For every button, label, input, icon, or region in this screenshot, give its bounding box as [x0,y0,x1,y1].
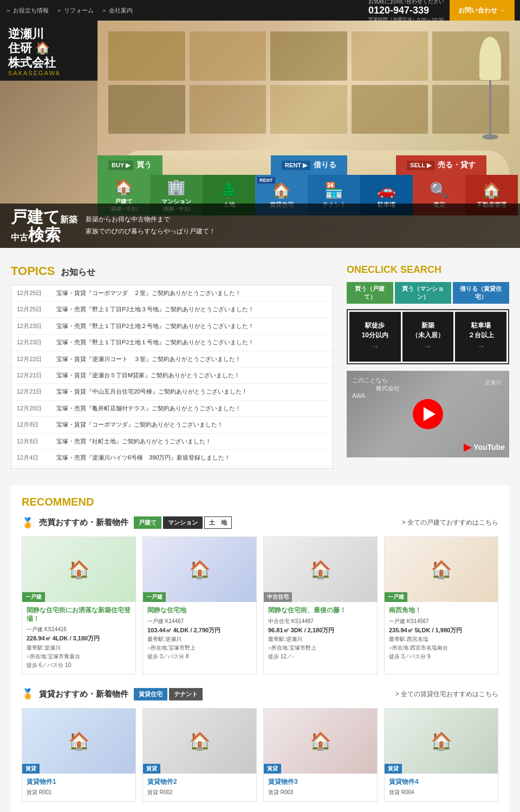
youtube-play-btn[interactable] [413,399,443,429]
rental-grid: 🏠 賃貸 賃貸物件1 賃貸 R001 🏠 賃貸 賃貸物件2 賃貸 R002 🏠 … [22,708,498,802]
topics-item[interactable]: 12月23日宝塚・売買『野上１丁目PJ土地２号地』ご契約ありがとうございました！ [11,318,333,335]
tag-mansion[interactable]: マンション [163,516,203,529]
oneclick-tab-buy-mansion[interactable]: 買う（マンション） [395,282,451,304]
oneclick-grid: 駅徒歩10分以内→ 新築（未入居）→ 駐車場２台以上→ [347,309,509,364]
rental-name: 賃貸物件4 [389,778,493,787]
property-name: 閑静な住宅地 [147,606,252,615]
hero-section: 逆瀬川住研 🏠株式会社 SAKASEGAWA BUY ▶ [0,21,520,248]
property-card[interactable]: 🏠 一戸建 閑静な住宅地 一戸建 K14467 103.44㎡ 4LDK / 2… [142,536,257,675]
property-detail: 一戸建 K14467 103.44㎡ 4LDK / 2,790万円 最寄駅:逆瀬… [147,617,252,662]
rental-badge: 賃貸 [385,764,402,774]
oneclick-title: ONECLICK SEARCH [347,264,509,276]
topics-section: TOPICS お知らせ 12月25日宝塚・賃貸『コーポマツダ ２室』ご契約ありが… [11,264,333,469]
rental-card[interactable]: 🏠 賃貸 賃貸物件2 賃貸 R002 [142,708,257,802]
topics-item[interactable]: 12月8日宝塚・売買『社町土地』ご契約ありがとうございました！ [11,434,333,450]
rental-detail: 賃貸 R001 [27,788,131,797]
sell-title: 売買おすすめ・新着物件 [39,518,128,528]
rental-badge: 賃貸 [22,764,40,774]
breadcrumb-area: ＞ お役立ち情報 ＞ リフォーム ＞ 会社案内 [5,6,133,15]
topics-item[interactable]: 12月25日宝塚・売買『野上１丁目PJ土地３号地』ご契約ありがとうございました！ [11,302,333,318]
tag-tenant[interactable]: テナント [169,688,203,700]
topics-item[interactable]: 12月8日宝塚・賃貸『コーポマツダ』ご契約ありがとうございました！ [11,417,333,433]
rental-detail: 賃貸 R002 [147,788,252,797]
property-detail: 一戸建 KS14567 235.94㎡ 5LDK / 1,980万円 最寄駅:西… [389,617,493,662]
tag-land[interactable]: 土 地 [204,516,232,529]
rental-more-link[interactable]: > 全ての賃貸住宅おすすめはこちら [395,690,498,699]
sell-tags: 戸建て マンション 土 地 [134,516,232,529]
oneclick-tabs: 買う（戸建て） 買う（マンション） 借りる（賃貸住宅） [347,282,509,304]
oneclick-cell-walk[interactable]: 駅徒歩10分以内→ [349,312,401,362]
property-badge: 一戸建 [22,592,45,602]
topics-item[interactable]: 12月22日宝塚・賃貸『逆瀬川コート ３室』ご契約ありがとうございました！ [11,351,333,368]
topics-item[interactable]: 12月25日宝塚・賃貸『コーポマツダ ２室』ご契約ありがとうございました！ [11,285,333,302]
property-name: 閑静な住宅街、最後の藤！ [268,606,373,615]
search-bar: 戸建て新築中古検索 新築からお得な中古物件まで家族でのびのび暮らすならやっぱり戸… [0,204,520,248]
search-description: 新築からお得な中古物件まで家族でのびのび暮らすならやっぱり戸建て！ [86,214,216,237]
top-bar: ＞ お役立ち情報 ＞ リフォーム ＞ 会社案内 お気軽にお問い合わせください 0… [0,0,520,21]
oneclick-cell-parking[interactable]: 駐車場２台以上→ [455,312,506,362]
oneclick-tab-buy-house[interactable]: 買う（戸建て） [347,282,393,304]
rental-tags: 賃貸住宅 テナント [134,688,203,700]
sell-more-link[interactable]: > 全ての戸建ておすすめはこちら [402,518,498,527]
breadcrumb: ＞ お役立ち情報 ＞ リフォーム ＞ 会社案内 [5,6,133,15]
topics-item[interactable]: 12月4日宝塚・売買『逆瀬川ハイツ6号棟 390万円』新規登録しました！ [11,450,333,466]
property-badge: 一戸建 [143,592,166,602]
tag-rental[interactable]: 賃貸住宅 [134,688,167,700]
topics-title: TOPICS お知らせ [11,264,333,278]
topics-item[interactable]: 12月21日宝塚・賃貸『逆瀬台５丁目M貸家』ご契約ありがとうございました！ [11,368,333,384]
logo-title: 逆瀬川住研 🏠株式会社 [8,27,89,70]
property-card[interactable]: 🏠 中古住宅 閑静な住宅街、最後の藤！ 中古住宅 KS14487 96.81㎡ … [263,536,378,675]
medal-icon: 🏅 [22,517,34,529]
rental-name: 賃貸物件3 [268,778,373,787]
property-badge: 一戸建 [385,592,407,602]
rental-badge: 賃貸 [264,764,281,774]
property-badge: 中古住宅 [264,592,292,602]
rental-detail: 賃貸 R003 [268,788,373,797]
property-grid: 🏠 一戸建 閑静な住宅街にお洒落な新築住宅登場！ 一戸建 KS14416 228… [22,536,498,675]
oneclick-cell-new[interactable]: 新築（未入居）→ [402,312,454,362]
rental-header: 🏅 賃貸おすすめ・新着物件 賃貸住宅 テナント > 全ての賃貸住宅おすすめはこち… [22,688,498,700]
rental-name: 賃貸物件2 [147,778,252,787]
rental-badge: 賃貸 [143,764,160,774]
tag-house[interactable]: 戸建て [134,516,161,529]
topics-item[interactable]: 12月21日宝塚・賃貸『中山五月台住宅20号棟』ご契約ありがとうございました！ [11,384,333,400]
youtube-thumbnail[interactable]: このことなら 株式会社AWA 逆瀬川 ▶ YouTube [347,371,509,457]
oneclick-section: ONECLICK SEARCH 買う（戸建て） 買う（マンション） 借りる（賃貸… [347,264,509,469]
contact-text: お気軽にお問い合わせください 0120-947-339 営業時間（水曜定休）9:… [368,0,444,23]
nav-tab-buy[interactable]: BUY ▶ 買う [98,155,162,175]
search-title: 戸建て新築中古検索 [11,208,77,244]
contact-info: お気軽にお問い合わせください 0120-947-339 営業時間（水曜定休）9:… [368,0,515,23]
property-detail: 一戸建 KS14416 228.94㎡ 4LDK / 3,180万円 最寄駅:逆… [27,625,131,670]
rental-card[interactable]: 🏠 賃貸 賃貸物件1 賃貸 R001 [22,708,136,802]
property-card[interactable]: 🏠 一戸建 南西角地！ 一戸建 KS14567 235.94㎡ 5LDK / 1… [384,536,498,675]
youtube-bg-text: このことなら 株式会社AWA [352,376,400,399]
topics-list[interactable]: 12月25日宝塚・賃貸『コーポマツダ ２室』ご契約ありがとうございました！12月… [11,285,333,469]
property-detail: 中古住宅 KS14487 96.81㎡ 3DK / 2,180万円 最寄駅:逆瀬… [268,617,373,662]
recommend-title: RECOMMEND [22,496,498,508]
rental-name: 賃貸物件1 [27,778,131,787]
topics-item[interactable]: 12月20日宝塚・売買『亀井町店舗付テラス』ご契約ありがとうございました！ [11,401,333,417]
nav-tab-rent[interactable]: RENT ▶ 借りる [271,155,347,175]
main-content: TOPICS お知らせ 12月25日宝塚・賃貸『コーポマツダ ２室』ご契約ありが… [0,248,520,812]
youtube-label: ▶ YouTube [464,441,505,453]
oneclick-tab-rent[interactable]: 借りる（賃貸住宅） [453,282,509,304]
topics-item[interactable]: 12月23日宝塚・売買『野上１丁目PJ土地１号地』ご契約ありがとうございました！ [11,335,333,351]
nav-tab-sell[interactable]: SELL ▶ 売る・貸す [396,155,486,175]
inquiry-button[interactable]: お問い合わせ → [450,0,515,21]
logo-subtitle: SAKASEGAWA [8,70,89,76]
property-card[interactable]: 🏠 一戸建 閑静な住宅街にお洒落な新築住宅登場！ 一戸建 KS14416 228… [22,536,136,675]
recommend-section: RECOMMEND 🏅 売買おすすめ・新着物件 戸建て マンション 土 地 > … [11,485,509,812]
nav-tabs: BUY ▶ 買う RENT ▶ 借りる SELL ▶ 売る・貸す [98,155,520,175]
sell-header: 🏅 売買おすすめ・新着物件 戸建て マンション 土 地 > 全ての戸建ておすすめ… [22,516,498,529]
medal-icon-rental: 🏅 [22,688,34,700]
rental-card[interactable]: 🏠 賃貸 賃貸物件3 賃貸 R003 [263,708,378,802]
rental-detail: 賃貸 R004 [389,788,493,797]
logo-area: 逆瀬川住研 🏠株式会社 SAKASEGAWA [0,21,98,81]
two-col-layout: TOPICS お知らせ 12月25日宝塚・賃貸『コーポマツダ ２室』ご契約ありが… [11,264,509,469]
property-name: 閑静な住宅街にお洒落な新築住宅登場！ [27,606,131,623]
topics-item[interactable]: 11月27日宝塚・賃貸『モンリーヴ宝塚』ご契約ありがとうございました！ [11,466,333,469]
rental-title: 賃貸おすすめ・新着物件 [39,689,128,699]
property-name: 南西角地！ [389,606,493,615]
rental-card[interactable]: 🏠 賃貸 賃貸物件4 賃貸 R004 [384,708,498,802]
